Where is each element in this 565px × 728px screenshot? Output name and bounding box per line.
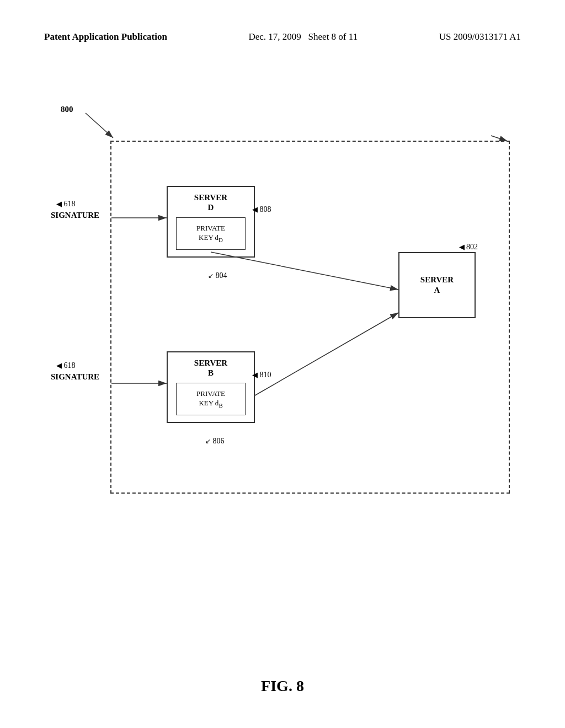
server-b-inner: PRIVATE KEY dB: [176, 383, 246, 415]
publication-label: Patent Application Publication: [44, 31, 167, 42]
server-a-title: SERVER A: [420, 275, 454, 296]
server-b-box: SERVER B PRIVATE KEY dB: [167, 351, 255, 423]
server-d-key-label: KEY dD: [199, 233, 223, 242]
header: Patent Application Publication Dec. 17, …: [0, 30, 565, 44]
fig-label: FIG. 8: [0, 677, 565, 695]
signature-label-top: SIGNATURE: [51, 211, 99, 220]
svg-line-5: [255, 313, 398, 395]
label-800: 800: [61, 105, 73, 114]
patent-number-label: US 2009/0313171 A1: [439, 31, 521, 42]
sheet-label: Sheet 8 of 11: [308, 31, 358, 42]
label-618-top: ◀ 618: [56, 200, 76, 208]
date-label: Dec. 17, 2009: [248, 31, 301, 42]
server-d-inner: PRIVATE KEY dD: [176, 217, 246, 250]
header-center: Dec. 17, 2009 Sheet 8 of 11: [248, 30, 358, 44]
label-810: ◀ 810: [252, 371, 271, 379]
label-808: ◀ 808: [252, 205, 271, 214]
signature-label-bot: SIGNATURE: [51, 372, 99, 382]
diagram-area: 800 SERVER D PRIVATE KEY dD ◀ 808 ◀ 618 …: [44, 83, 521, 535]
server-b-title: SERVER B: [168, 358, 254, 378]
header-left: Patent Application Publication: [44, 30, 167, 44]
svg-line-7: [86, 113, 113, 138]
dashed-box-308: SERVER D PRIVATE KEY dD ◀ 808 ◀ 618 SIGN…: [110, 141, 510, 494]
label-806: ↙ 806: [205, 437, 225, 446]
label-804: ↙ 804: [208, 271, 227, 280]
server-d-title: SERVER D: [168, 192, 254, 212]
server-b-key-label: KEY dB: [199, 399, 222, 407]
header-right: US 2009/0313171 A1: [439, 30, 521, 44]
server-d-box: SERVER D PRIVATE KEY dD: [167, 186, 255, 258]
label-802: ◀ 802: [459, 243, 478, 251]
label-618-bot: ◀ 618: [56, 361, 76, 370]
svg-line-3: [211, 252, 398, 290]
server-a-box: SERVER A: [398, 252, 476, 318]
